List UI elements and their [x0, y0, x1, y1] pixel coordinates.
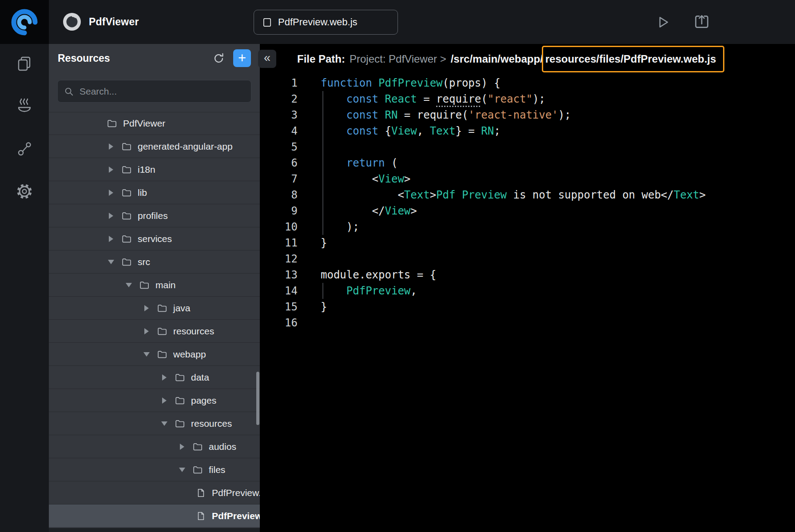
code-line-13: 13module.exports = { — [260, 267, 795, 283]
chevron-down-icon[interactable] — [160, 421, 169, 426]
chevron-down-icon[interactable] — [142, 352, 151, 357]
line-number: 13 — [260, 269, 298, 281]
chevron-right-icon[interactable] — [142, 305, 151, 311]
brew-nav-button[interactable] — [15, 96, 34, 116]
chevron-down-icon[interactable] — [178, 468, 187, 472]
file-tree: PdfViewergenerated-angular-appi18nlibpro… — [49, 112, 260, 528]
chevron-right-icon[interactable] — [160, 397, 169, 404]
search-box — [57, 80, 251, 103]
wave-logo-icon — [10, 8, 39, 36]
tree-item-generated-angular-app[interactable]: generated-angular-app — [49, 135, 260, 158]
pages-nav-button[interactable] — [15, 54, 34, 73]
chevron-down-icon[interactable] — [124, 283, 133, 287]
chevron-right-icon[interactable] — [107, 236, 115, 242]
chevron-right-icon[interactable] — [107, 167, 115, 173]
tree-node-label: src — [138, 257, 150, 267]
line-number: 16 — [260, 317, 298, 329]
tree-item-profiles[interactable]: profiles — [49, 204, 260, 227]
add-resource-button[interactable]: + — [233, 49, 251, 67]
chevron-right-icon[interactable] — [142, 328, 151, 334]
tree-node-label: pages — [191, 395, 216, 406]
tree-node-label: main — [155, 280, 176, 290]
folder-icon — [121, 234, 132, 244]
tree-item-services[interactable]: services — [49, 227, 260, 250]
code-text: module.exports = { — [321, 269, 436, 281]
code-line-2: 2 const React = require("react"); — [260, 91, 795, 107]
tree-item-pdfviewer[interactable]: PdfViewer — [49, 112, 260, 135]
tree-node-label: generated-angular-app — [138, 141, 233, 152]
tree-item-files[interactable]: files — [49, 458, 260, 481]
refresh-icon — [213, 52, 225, 64]
line-number: 6 — [260, 157, 298, 169]
code-line-16: 16 — [260, 315, 795, 331]
tree-item-pages[interactable]: pages — [49, 389, 260, 412]
tree-item-data[interactable]: data — [49, 366, 260, 389]
tree-node-label: PdfViewer — [123, 118, 165, 129]
code-text: } — [321, 237, 327, 249]
app-logo[interactable] — [0, 0, 49, 44]
collapse-sidebar-button[interactable]: « — [258, 50, 276, 68]
code-line-3: 3 const RN = require('react-native'); — [260, 107, 795, 123]
code-line-12: 12 — [260, 251, 795, 267]
line-number: 7 — [260, 173, 298, 185]
line-number: 12 — [260, 253, 298, 265]
tree-item-resources[interactable]: resources — [49, 320, 260, 343]
code-line-11: 11} — [260, 235, 795, 251]
tree-node-label: i18n — [138, 164, 155, 175]
line-number: 14 — [260, 285, 298, 297]
tree-item-java[interactable]: java — [49, 297, 260, 320]
tree-item-resources[interactable]: resources — [49, 412, 260, 435]
search-input[interactable] — [79, 86, 245, 97]
tree-item-i18n[interactable]: i18n — [49, 158, 260, 181]
tree-item-webapp[interactable]: webapp — [49, 343, 260, 366]
line-number: 9 — [260, 205, 298, 217]
tree-item-lib[interactable]: lib — [49, 181, 260, 204]
tree-item-pdfpreview-web-js[interactable]: PdfPreview.web.js — [49, 504, 260, 528]
line-number: 2 — [260, 93, 298, 105]
chevron-right-icon[interactable] — [160, 374, 169, 381]
tree-node-label: java — [173, 303, 191, 314]
tree-item-main[interactable]: main — [49, 274, 260, 297]
chevron-right-icon[interactable] — [107, 190, 115, 196]
run-button[interactable] — [654, 13, 672, 31]
chevron-right-icon[interactable] — [178, 444, 187, 450]
line-number: 3 — [260, 109, 298, 121]
folder-icon — [157, 303, 167, 314]
folder-icon — [157, 326, 167, 337]
code-text: return ( — [321, 157, 398, 169]
chevron-right-icon[interactable] — [107, 143, 115, 150]
chevron-down-icon[interactable] — [107, 260, 115, 264]
indent-guide — [322, 91, 323, 235]
code-text: function PdfPreview(props) { — [321, 77, 501, 89]
refresh-button[interactable] — [212, 52, 225, 65]
folder-icon — [121, 257, 132, 267]
upload-window-icon — [693, 13, 710, 30]
code-line-10: 10 ); — [260, 219, 795, 235]
file-path-highlight-box: resources/files/PdfPreview.web.js — [542, 46, 725, 72]
app-title: PdfViewer — [89, 0, 139, 44]
tree-item-audios[interactable]: audios — [49, 435, 260, 458]
folder-icon — [121, 141, 132, 152]
partially-visible-row — [49, 528, 260, 532]
folder-icon — [175, 372, 185, 383]
chevron-right-icon[interactable] — [107, 213, 115, 219]
steam-cup-icon — [16, 97, 33, 115]
workflow-nav-button[interactable] — [15, 139, 34, 159]
code-editor[interactable]: 1function PdfPreview(props) {2 const Rea… — [260, 75, 795, 331]
resources-header: Resources + — [49, 48, 260, 69]
tree-item-pdfpreview-native-js[interactable]: PdfPreview.native.js — [49, 481, 260, 504]
file-icon — [195, 511, 206, 521]
tree-node-label: files — [209, 465, 225, 475]
folder-icon — [157, 349, 167, 360]
code-line-15: 15} — [260, 299, 795, 315]
line-number: 10 — [260, 221, 298, 233]
publish-button[interactable] — [693, 13, 711, 31]
tree-item-src[interactable]: src — [49, 250, 260, 274]
file-path-project: Project: PdfViewer > — [350, 53, 446, 65]
sidebar-scrollbar-thumb[interactable] — [256, 372, 259, 425]
settings-nav-button[interactable] — [15, 182, 34, 201]
code-text: const {View, Text} = RN; — [321, 125, 501, 137]
folder-icon — [192, 465, 203, 475]
open-file-tab[interactable]: PdfPreview.web.js — [254, 10, 398, 35]
line-number: 4 — [260, 125, 298, 137]
